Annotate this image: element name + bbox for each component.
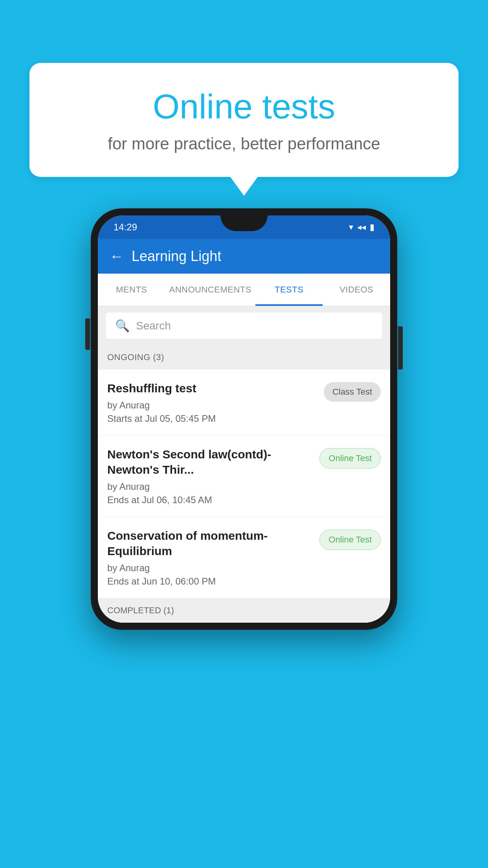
search-box[interactable]: 🔍 Search <box>106 313 382 339</box>
speech-bubble-title: Online tests <box>57 86 431 127</box>
tests-list: Reshuffling test by Anurag Starts at Jul… <box>98 370 390 598</box>
search-icon: 🔍 <box>115 319 130 333</box>
app-bar: ← Learning Light <box>98 239 390 274</box>
test-item-3[interactable]: Conservation of momentum-Equilibrium by … <box>98 517 390 598</box>
battery-icon: ▮ <box>370 222 374 232</box>
test-time-2: Ends at Jul 06, 10:45 AM <box>107 495 313 506</box>
speech-bubble: Online tests for more practice, better p… <box>29 63 459 177</box>
status-icons: ▾ ◂◂ ▮ <box>349 222 374 232</box>
phone-screen: 14:29 ▾ ◂◂ ▮ ← Learning Light MENTS ANNO… <box>98 215 390 623</box>
test-info-2: Newton's Second law(contd)-Newton's Thir… <box>107 447 313 506</box>
tab-announcements[interactable]: ANNOUNCEMENTS <box>165 274 255 306</box>
test-name-2: Newton's Second law(contd)-Newton's Thir… <box>107 447 313 477</box>
test-item-1[interactable]: Reshuffling test by Anurag Starts at Jul… <box>98 370 390 436</box>
wifi-icon: ▾ <box>349 222 353 232</box>
back-button[interactable]: ← <box>110 248 124 265</box>
test-item-2[interactable]: Newton's Second law(contd)-Newton's Thir… <box>98 436 390 517</box>
test-time-1: Starts at Jul 05, 05:45 PM <box>107 413 317 424</box>
test-badge-1: Class Test <box>324 382 381 402</box>
search-container: 🔍 Search <box>98 306 390 345</box>
speech-bubble-container: Online tests for more practice, better p… <box>29 63 459 177</box>
test-info-3: Conservation of momentum-Equilibrium by … <box>107 528 313 587</box>
test-author-2: by Anurag <box>107 481 313 492</box>
search-input[interactable]: Search <box>136 320 171 332</box>
tab-videos[interactable]: VIDEOS <box>323 274 390 306</box>
app-title: Learning Light <box>132 248 221 265</box>
status-bar: 14:29 ▾ ◂◂ ▮ <box>98 215 390 239</box>
test-name-1: Reshuffling test <box>107 381 317 396</box>
test-badge-3: Online Test <box>319 530 381 550</box>
test-author-3: by Anurag <box>107 563 313 574</box>
test-badge-2: Online Test <box>319 448 381 469</box>
test-time-3: Ends at Jun 10, 06:00 PM <box>107 576 313 587</box>
notch <box>220 215 268 231</box>
speech-bubble-subtitle: for more practice, better performance <box>57 134 431 153</box>
phone-outer: 14:29 ▾ ◂◂ ▮ ← Learning Light MENTS ANNO… <box>91 208 397 630</box>
completed-section-header: COMPLETED (1) <box>98 598 390 623</box>
phone-mockup: 14:29 ▾ ◂◂ ▮ ← Learning Light MENTS ANNO… <box>91 208 397 630</box>
test-name-3: Conservation of momentum-Equilibrium <box>107 528 313 559</box>
test-author-1: by Anurag <box>107 400 317 411</box>
signal-icon: ◂◂ <box>357 222 366 232</box>
status-time: 14:29 <box>114 222 137 233</box>
tab-tests[interactable]: TESTS <box>255 274 323 306</box>
ongoing-section-header: ONGOING (3) <box>98 345 390 370</box>
test-info-1: Reshuffling test by Anurag Starts at Jul… <box>107 381 317 424</box>
tabs-bar: MENTS ANNOUNCEMENTS TESTS VIDEOS <box>98 274 390 306</box>
tab-ments[interactable]: MENTS <box>98 274 165 306</box>
